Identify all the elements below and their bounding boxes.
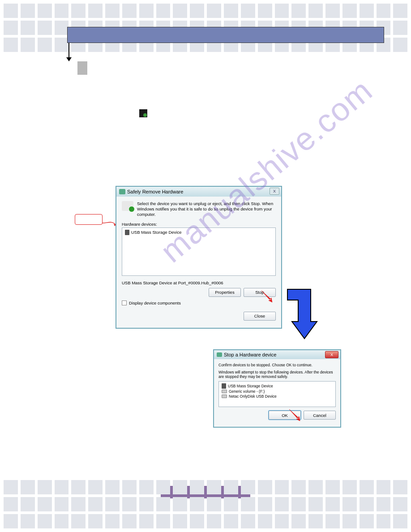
close-button[interactable]: X <box>270 188 279 195</box>
arrow-down-icon <box>66 43 72 61</box>
dialog-title: Safely Remove Hardware <box>127 189 183 194</box>
disk-icon <box>222 395 227 398</box>
info-text: Select the device you want to unplug or … <box>137 201 276 217</box>
device-item[interactable]: USB Mass Storage Device <box>125 230 273 235</box>
safely-remove-dialog: Safely Remove Hardware X Select the devi… <box>116 186 282 329</box>
device-item: Netac OnlyDisk USB Device <box>222 394 333 399</box>
close-button[interactable]: X <box>325 351 338 358</box>
dialog-titlebar: Safely Remove Hardware X <box>116 187 281 197</box>
dialog2-icon <box>217 352 222 357</box>
display-components-checkbox[interactable] <box>122 300 127 305</box>
header-bar <box>67 27 384 43</box>
blue-flow-arrow-icon <box>286 287 319 340</box>
red-arrow-icon <box>260 289 273 302</box>
dialog-icon <box>119 189 125 194</box>
properties-button[interactable]: Properties <box>209 288 241 297</box>
display-components-label: Display device components <box>129 300 181 305</box>
decorative-grid-bottom: for(let i=0;i<72;i++)document.write('<di… <box>0 480 411 528</box>
usb-icon <box>125 230 129 235</box>
device-item: Generic volume - (F:) <box>222 389 333 394</box>
gray-marker <box>77 61 87 75</box>
disk-icon <box>222 390 227 393</box>
stop-hardware-dialog: Stop a Hardware device X Confirm devices… <box>213 349 341 428</box>
device-status: USB Mass Storage Device at Port_#0009.Hu… <box>122 280 276 285</box>
device-list[interactable]: USB Mass Storage Device <box>122 227 276 276</box>
hardware-devices-label: Hardware devices: <box>122 222 276 227</box>
device-item: USB Mass Storage Device <box>222 383 333 389</box>
close-button-bottom[interactable]: Close <box>244 312 276 321</box>
dialog2-title: Stop a Hardware device <box>224 352 276 357</box>
safely-remove-tray-icon <box>139 109 147 117</box>
confirm-text: Confirm devices to be stopped. Choose OK… <box>218 363 336 367</box>
device-name: USB Mass Storage Device <box>131 230 181 235</box>
info-device-icon <box>122 201 133 211</box>
usb-icon <box>222 383 226 389</box>
callout-box <box>75 214 103 225</box>
stop-device-list[interactable]: USB Mass Storage Device Generic volume -… <box>218 381 336 407</box>
red-arrow-icon <box>287 408 301 421</box>
cancel-button[interactable]: Cancel <box>304 411 336 420</box>
attempt-text: Windows will attempt to stop the followi… <box>218 370 336 379</box>
dialog2-titlebar: Stop a Hardware device X <box>214 350 340 359</box>
